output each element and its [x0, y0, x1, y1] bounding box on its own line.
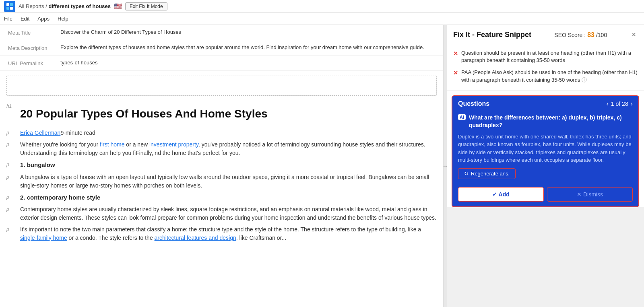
read-time: 9-minute read: [60, 130, 95, 136]
author-row: p Erica Gellerman9-minute read: [0, 127, 443, 139]
section2-heading-row: p 2. contemporary home style: [0, 192, 443, 204]
add-button[interactable]: ✓ Add: [458, 187, 544, 202]
rule-item-2: ✕ PAA (People Also Ask) should be used i…: [453, 66, 638, 86]
close-panel-button[interactable]: ×: [630, 31, 638, 39]
answer-text: Duplex is a two-unit home with one share…: [458, 133, 633, 164]
breadcrumb-parent[interactable]: All Reports: [19, 3, 44, 9]
fix-it-header: Fix It - Feature Snippet SEO Score : 83 …: [447, 25, 644, 43]
prev-question-button[interactable]: ‹: [607, 100, 609, 107]
dismiss-button[interactable]: ✕ Dismiss: [547, 187, 633, 202]
section2-heading: 2. contemporary home style: [20, 193, 437, 202]
right-panel: Fix It - Feature Snippet SEO Score : 83 …: [447, 25, 644, 307]
section1-tag: p: [6, 161, 16, 167]
rules-list: ✕ Question should be present in at least…: [447, 43, 644, 91]
main-layout: Meta Title Discover the Charm of 20 Diff…: [0, 25, 644, 307]
rule-text-2: PAA (People Also Ask) should be used in …: [461, 69, 638, 83]
investment-link[interactable]: investment property: [149, 141, 198, 148]
meta-description-row: Meta Description Explore the different t…: [0, 40, 443, 56]
h1-text[interactable]: 20 Popular Types Of Houses And Home Styl…: [20, 102, 437, 126]
intro-tag: p: [6, 140, 16, 147]
section2-para-tag: p: [6, 205, 16, 212]
questions-nav: ‹ 1 of 28 ›: [607, 100, 633, 107]
section1-para-row: p A bungalow is a type of house with an …: [0, 171, 443, 192]
single-family-link[interactable]: single-family home: [20, 235, 67, 241]
fix-it-panel: Fix It - Feature Snippet SEO Score : 83 …: [447, 25, 644, 207]
menu-help[interactable]: Help: [58, 16, 68, 22]
breadcrumb: All Reports / different types of houses: [19, 3, 111, 9]
app-logo: [4, 1, 15, 12]
url-permalink-label: URL Permalink: [8, 60, 60, 66]
meta-description-label: Meta Description: [8, 44, 60, 51]
flag-icon: 🇺🇸: [114, 2, 122, 10]
breadcrumb-current: different types of houses: [48, 3, 111, 9]
menu-file[interactable]: File: [4, 16, 12, 22]
question-row: AI What are the differences between: a) …: [458, 114, 633, 130]
next-question-button[interactable]: ›: [631, 100, 633, 107]
meta-title-label: Meta Title: [8, 29, 60, 36]
section2-para-text: Contemporary home styles are usually cha…: [20, 205, 437, 222]
section1-heading-row: p 1. bungalow: [0, 159, 443, 171]
menu-edit[interactable]: Edit: [21, 16, 29, 22]
meta-description-value: Explore the different types of houses an…: [60, 44, 435, 50]
h1-tag: h1: [6, 102, 16, 109]
regenerate-icon: ↻: [464, 171, 469, 177]
h1-row: h1 20 Popular Types Of Houses And Home S…: [0, 101, 443, 127]
seo-score-label: SEO Score :: [554, 32, 586, 38]
action-buttons: ✓ Add ✕ Dismiss: [452, 187, 638, 206]
first-home-link[interactable]: first home: [100, 141, 124, 148]
exit-fix-it-button[interactable]: Exit Fix It Mode: [125, 2, 167, 10]
info-icon: ⓘ: [582, 77, 587, 83]
section3-para-row: p It's important to note the two main pa…: [0, 224, 443, 244]
intro-para-row: p Whether you're looking for your first …: [0, 139, 443, 159]
rule-text-1: Question should be present in at least o…: [461, 49, 638, 64]
section1-para-tag: p: [6, 173, 16, 180]
questions-card: Questions ‹ 1 of 28 › AI: [452, 95, 639, 207]
seo-score-area: SEO Score : 83 /100: [554, 31, 607, 39]
fix-it-title: Fix It - Feature Snippet: [453, 31, 531, 39]
url-permalink-row: URL Permalink types-of-houses: [0, 56, 443, 71]
ai-badge: AI: [458, 114, 466, 120]
empty-paragraph-box: [6, 76, 437, 96]
meta-title-value: Discover the Charm of 20 Different Types…: [60, 29, 435, 35]
section3-para-tag: p: [6, 225, 16, 232]
section1-heading: 1. bungalow: [20, 161, 437, 170]
section2-tag: p: [6, 193, 16, 200]
intro-para-text: Whether you're looking for your first ho…: [20, 140, 437, 157]
of-label: of: [616, 101, 621, 107]
author-tag: p: [6, 129, 16, 136]
url-permalink-value: types-of-houses: [60, 60, 435, 66]
regenerate-label: Regenerate ans.: [471, 171, 510, 177]
seo-score-total: /100: [596, 32, 607, 38]
author-link[interactable]: Erica Gellerman: [20, 130, 60, 136]
resize-handle[interactable]: ↔: [444, 25, 447, 307]
menu-apps[interactable]: Apps: [37, 16, 50, 22]
rule-x-icon-1: ✕: [453, 50, 458, 58]
menubar: File Edit Apps Help: [0, 13, 644, 25]
section1-para-text: A bungalow is a type of house with an op…: [20, 173, 437, 190]
author-text: Erica Gellerman9-minute read: [20, 129, 437, 137]
content-area: Meta Title Discover the Charm of 20 Diff…: [0, 25, 444, 307]
section2-para-row: p Contemporary home styles are usually c…: [0, 204, 443, 224]
question-text: What are the differences between: a) dup…: [469, 114, 633, 130]
question-body: AI What are the differences between: a) …: [452, 111, 638, 187]
questions-title: Questions: [458, 100, 489, 107]
rule-item-1: ✕ Question should be present in at least…: [453, 47, 638, 66]
seo-score-value: 83: [587, 31, 594, 39]
rule-x-icon-2: ✕: [453, 69, 458, 77]
questions-card-header: Questions ‹ 1 of 28 ›: [452, 96, 638, 111]
architectural-link[interactable]: architectural features and design: [155, 235, 236, 241]
section3-para-text: It's important to note the two main para…: [20, 225, 437, 242]
question-counter: 1 of 28: [611, 101, 628, 107]
topbar: All Reports / different types of houses …: [0, 0, 644, 13]
regenerate-button[interactable]: ↻ Regenerate ans.: [458, 168, 516, 179]
meta-title-row: Meta Title Discover the Charm of 20 Diff…: [0, 25, 443, 40]
